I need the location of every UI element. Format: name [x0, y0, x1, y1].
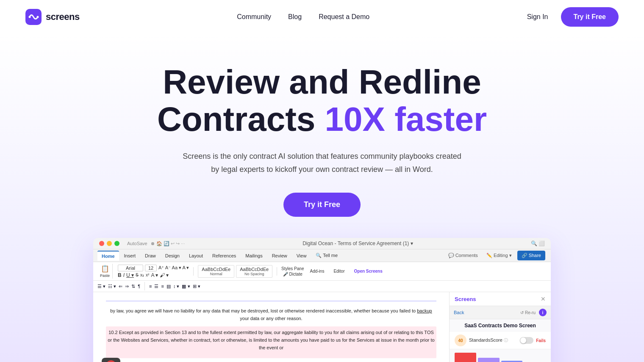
dictate-btn[interactable]: 🎤 Dictate: [281, 272, 304, 276]
svg-point-2: [37, 16, 39, 18]
panel-back-btn[interactable]: Back: [454, 310, 464, 315]
ribbon-tab-draw[interactable]: Draw: [141, 251, 160, 260]
toggle-knob: [520, 337, 526, 343]
word-doc-area: by law, you agree we will have no liabil…: [93, 292, 449, 362]
highlight-btn[interactable]: 🖌 ▾: [160, 272, 169, 278]
bold-btn[interactable]: B: [118, 272, 122, 278]
ribbon-tab-insert[interactable]: Insert: [120, 251, 140, 260]
chart-bars: [455, 353, 546, 362]
ruler-line: [106, 301, 436, 301]
word-content-area: by law, you agree we will have no liabil…: [93, 292, 551, 362]
word-doc-title: Digital Ocean - Terms of Service Agreeme…: [189, 240, 526, 246]
close-dot[interactable]: [99, 241, 104, 246]
hero-cta-button[interactable]: Try it Free: [283, 193, 361, 217]
hero-section: Review and Redline Contracts 10X faster …: [0, 34, 644, 362]
doc-highlighted-section: 10.2 Except as provided in Section 13 an…: [106, 326, 436, 358]
editor-btn[interactable]: Editor: [330, 267, 348, 275]
panel-score-row: 40 StandardsScore ⓘ: [450, 332, 551, 349]
ribbon-tab-design[interactable]: Design: [161, 251, 184, 260]
nav-try-free-button[interactable]: Try it Free: [561, 7, 619, 27]
screens-panel-logo: Screens: [455, 296, 476, 302]
paste-label: Paste: [100, 274, 110, 278]
maximize-dot[interactable]: [114, 241, 119, 246]
panel-rerun[interactable]: ↺ Re-ru: [520, 310, 536, 315]
font-size-controls: A⁺ A⁻ Aa ▾ A ▾: [158, 265, 189, 271]
ribbon-tab-home[interactable]: Home: [97, 251, 119, 261]
justify-btn[interactable]: ▤: [167, 284, 171, 289]
ribbon-tab-tell-me[interactable]: 🔍 Tell me: [311, 251, 342, 260]
share-btn[interactable]: 🔗 Share: [517, 251, 545, 260]
styles-pane-btn[interactable]: Styles Pane: [281, 266, 304, 271]
styles-section: AaBbCcDdEe Normal AaBbCcDdEe No Spacing: [198, 265, 272, 278]
font-color-btn[interactable]: A ▾: [151, 272, 158, 278]
style-nospace[interactable]: AaBbCcDdEe No Spacing: [236, 265, 272, 278]
align-left-btn[interactable]: ≡: [149, 284, 152, 289]
screens-panel-header: Screens ✕: [450, 292, 551, 306]
toolbar-divider-3: [144, 282, 145, 290]
nav-links: Community Blog Request a Demo: [237, 13, 369, 21]
comments-btn[interactable]: 💬 Comments: [444, 251, 482, 260]
screenshot-container: AutoSave ⏺ 🏠 🔄 ↩ ↪ ··· Digital Ocean - T…: [93, 238, 551, 362]
ribbon-tab-mailings[interactable]: Mailings: [241, 251, 266, 260]
strikethrough-btn[interactable]: S̶: [136, 272, 139, 278]
word-titlebar: AutoSave ⏺ 🏠 🔄 ↩ ↪ ··· Digital Ocean - T…: [93, 238, 551, 249]
panel-close-btn[interactable]: ✕: [541, 296, 546, 302]
style-row: B I U ▾ S̶ x₂ x² A ▾ 🖌 ▾: [118, 272, 189, 278]
superscript-btn[interactable]: x²: [146, 273, 149, 277]
subscript-btn[interactable]: x₂: [140, 273, 144, 277]
logo-icon: [25, 9, 42, 25]
open-screens-btn[interactable]: Open Screens: [351, 267, 386, 275]
shading-btn[interactable]: ▩ ▾: [182, 284, 190, 289]
font-select[interactable]: Arial: [118, 265, 143, 271]
nav-community[interactable]: Community: [237, 13, 271, 20]
score-badge: 40: [455, 334, 466, 346]
align-center-btn[interactable]: ☰: [154, 284, 158, 289]
logo-text: screens: [46, 11, 80, 22]
underline-btn[interactable]: U ▾: [126, 272, 134, 278]
word-ribbon-tabs: Home Insert Draw Design Layout Reference…: [93, 249, 551, 262]
align-right-btn[interactable]: ≡: [161, 284, 164, 289]
italic-btn[interactable]: I: [123, 272, 125, 278]
size-select[interactable]: 12: [145, 265, 157, 271]
nav-blog[interactable]: Blog: [288, 13, 302, 20]
minimize-dot[interactable]: [107, 241, 112, 246]
paste-icon[interactable]: 📋: [101, 265, 109, 273]
editing-btn[interactable]: ✏️ Editing ▾: [483, 251, 515, 260]
ribbon-tab-review[interactable]: Review: [268, 251, 291, 260]
toggle-switch[interactable]: [520, 337, 533, 344]
rec-indicator: REC: [106, 360, 116, 362]
timer-badge: REC 1:55 ⏸: [102, 358, 120, 362]
borders-btn[interactable]: ⊞ ▾: [193, 284, 200, 289]
sign-in-link[interactable]: Sign In: [527, 13, 548, 21]
para-marks-btn[interactable]: ¶: [138, 284, 140, 289]
indent-inc-btn[interactable]: ⇒: [125, 284, 129, 289]
panel-section-title: SaaS Contracts Demo Screen: [450, 319, 551, 332]
panel-nav: Back ↺ Re-ru i: [450, 306, 551, 319]
toolbar-divider-1: [193, 267, 194, 276]
list-ul-btn[interactable]: ☰ ▾: [97, 284, 105, 289]
sort-btn[interactable]: ⇅: [131, 284, 135, 289]
paste-group: 📋 Paste: [97, 264, 113, 279]
fails-label: Fails: [536, 338, 546, 343]
indent-dec-btn[interactable]: ⇐: [119, 284, 122, 289]
panel-chart: HIGH MEDIUM LOW QUESTIONS: [450, 349, 551, 362]
logo-link[interactable]: screens: [25, 9, 80, 25]
ribbon-tab-view[interactable]: View: [292, 251, 311, 260]
nav-demo[interactable]: Request a Demo: [319, 13, 369, 20]
word-toolbar-1: 📋 Paste Arial 12 A⁺ A⁻ Aa ▾ A ▾ B I U ▾ …: [93, 262, 551, 281]
autosave-text: AutoSave ⏺ 🏠 🔄 ↩ ↪ ···: [127, 241, 185, 246]
ribbon-tab-references[interactable]: References: [208, 251, 240, 260]
line-spacing-btn[interactable]: ↕ ▾: [173, 284, 180, 289]
format-group: Arial 12 A⁺ A⁻ Aa ▾ A ▾ B I U ▾ S̶ x₂ x²…: [115, 265, 189, 278]
font-row: Arial 12 A⁺ A⁻ Aa ▾ A ▾: [118, 265, 189, 271]
hero-subtitle: Screens is the only contract AI solution…: [178, 150, 466, 176]
svg-point-1: [29, 16, 31, 18]
style-normal[interactable]: AaBbCcDdEe Normal: [198, 265, 234, 278]
panel-info-btn[interactable]: i: [539, 309, 547, 316]
screens-panel: Screens ✕ Back ↺ Re-ru i SaaS Contracts …: [449, 292, 551, 362]
bar-high: [455, 353, 476, 362]
traffic-lights: [99, 241, 119, 246]
add-ins-btn[interactable]: Add-ins: [306, 267, 328, 275]
list-ol-btn[interactable]: ☷ ▾: [108, 284, 116, 289]
ribbon-tab-layout[interactable]: Layout: [185, 251, 207, 260]
